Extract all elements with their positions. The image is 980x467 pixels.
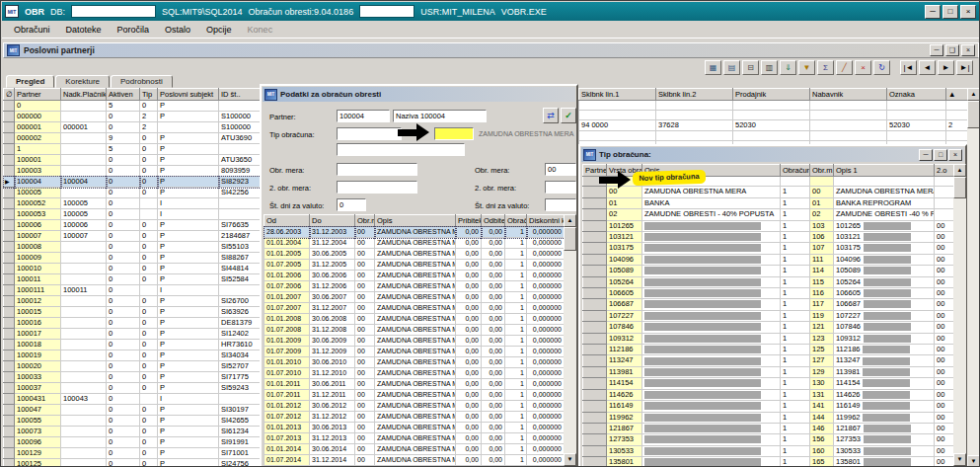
tip-obracuna-row[interactable]: 105264111510526400	[583, 276, 954, 287]
tip-obracuna-row[interactable]: 130533116013053300	[583, 445, 954, 456]
partner-row[interactable]: 10001800PHR73610	[4, 340, 261, 350]
partner-row[interactable]: 10001000PSI44814	[4, 264, 261, 274]
st-dni-right-field[interactable]	[545, 198, 576, 211]
st-dni-field[interactable]: 0	[337, 198, 366, 211]
partner-row[interactable]: 10007300PSI61234	[4, 427, 261, 437]
tab-pregled[interactable]: Pregled	[6, 75, 54, 88]
partner-row[interactable]: 10001111000110I	[4, 285, 261, 296]
tip-obracuna-row[interactable]: 01BANKA101BANKA REPROGRAM	[583, 197, 954, 208]
tab-podrobnosti[interactable]: Podrobnosti	[111, 75, 173, 88]
popup-maximize-icon[interactable]: □	[934, 149, 947, 161]
delete-icon[interactable]: ×	[855, 60, 871, 75]
partner-row[interactable]: 10000100PATU3650	[4, 155, 261, 166]
partner-row-right[interactable]	[579, 101, 968, 111]
popup-minimize-icon[interactable]: ─	[919, 149, 933, 161]
column-header[interactable]: Opis	[375, 215, 456, 227]
partner-row[interactable]: 10003300PSI71775	[4, 372, 261, 383]
interest-period-row[interactable]: 01.01.201130.06.201100ZAMUDNA OBRESTNA M…	[264, 379, 565, 390]
popup-scrollbar[interactable]: ▲ ▼	[953, 164, 966, 466]
interest-period-row[interactable]: 01.01.200630.06.200600ZAMUDNA OBRESTNA M…	[264, 271, 565, 281]
partner-row[interactable]: 10001500PSI63926	[4, 307, 261, 318]
tip-obracuna-row[interactable]: 00ZAMUDNA OBRESTNA MERA100ZAMUDNA OBREST…	[583, 187, 954, 197]
column-header[interactable]: Obračun	[505, 215, 527, 227]
confirm-button[interactable]: ✓	[561, 108, 576, 123]
interest-period-row[interactable]: 01.07.200931.12.200900ZAMUDNA OBRESTNA M…	[264, 347, 565, 357]
nav-first-icon[interactable]: |◄	[900, 60, 917, 75]
scroll-up-icon[interactable]: ▲	[564, 214, 576, 227]
partner-row-right[interactable]	[579, 111, 968, 120]
interest-period-row[interactable]: 01.07.201431.12.201400ZAMUDNA OBRESTNA M…	[264, 455, 565, 466]
tip-obracuna-row[interactable]: 101265110310126500	[583, 220, 954, 231]
tip-obracuna-row[interactable]: 103175110710317500	[583, 243, 954, 254]
tip-obracuna-row[interactable]: 106687111710668700	[583, 299, 954, 310]
column-header[interactable]: Obr.m.	[810, 165, 834, 177]
tip-obracuna-code-field[interactable]	[434, 127, 474, 140]
nav-prev-icon[interactable]: ◄	[919, 60, 936, 75]
interest-period-row[interactable]: 01.01.200930.06.200900ZAMUDNA OBRESTNA M…	[264, 336, 565, 347]
tip-obracuna-field2[interactable]	[337, 143, 465, 156]
refresh-button[interactable]: ⇄	[543, 108, 559, 123]
main-scrollbar[interactable]: ▲ ▼	[967, 88, 980, 467]
scroll-up-icon[interactable]: ▲	[953, 164, 966, 177]
tip-obracuna-row[interactable]: 114626113111462600	[583, 389, 954, 400]
mdi-minimize-icon[interactable]: ─	[930, 44, 943, 56]
close-icon[interactable]: ×	[960, 5, 976, 19]
interest-period-row[interactable]: 01.01.200830.06.200800ZAMUDNA OBRESTNA M…	[264, 314, 565, 325]
maximize-icon[interactable]: □	[942, 5, 958, 19]
column-header[interactable]: Tip	[140, 89, 158, 101]
tip-obracuna-row[interactable]: 107227111910722700	[583, 310, 954, 321]
column-header[interactable]: ∅	[4, 89, 15, 101]
partner-row[interactable]: 10012900PSI71001	[4, 448, 261, 459]
tip-obracuna-row[interactable]: 109312112310931200	[583, 333, 954, 344]
tip-obracuna-row[interactable]: 114154113011415400	[583, 378, 954, 389]
column-header[interactable]: ▲	[946, 89, 968, 101]
tip-obracuna-row[interactable]: 104096111110409600	[583, 254, 954, 265]
nav-next-icon[interactable]: ►	[938, 60, 954, 75]
column-header[interactable]: 2.o	[935, 165, 954, 177]
partner-row[interactable]: 10000900PSI88267	[4, 253, 261, 264]
menu-item-obračuni[interactable]: Obračuni	[6, 23, 58, 37]
interest-period-row[interactable]: 01.07.200631.12.200600ZAMUDNA OBRESTNA M…	[264, 281, 565, 292]
db-field[interactable]	[71, 5, 156, 18]
column-header[interactable]: Opis 1	[834, 165, 935, 177]
tip-obracuna-row[interactable]: 107846112110784600	[583, 322, 954, 333]
columns-icon[interactable]: ▦	[705, 60, 721, 75]
obr-mera-field[interactable]	[337, 163, 417, 176]
partner-row[interactable]: 10001900PSI34034	[4, 350, 261, 361]
tab-korekture[interactable]: Korekture	[55, 75, 110, 88]
interest-period-row[interactable]: 01.07.200731.12.200700ZAMUDNA OBRESTNA M…	[264, 303, 565, 314]
column-header[interactable]: Do	[310, 215, 355, 227]
scroll-down-icon[interactable]: ▼	[967, 455, 980, 467]
column-header[interactable]: Diskontni kol.	[527, 215, 565, 227]
partner-row[interactable]: 10001200PSI26700	[4, 296, 261, 307]
interest-period-row[interactable]: 01.01.201430.06.201400ZAMUDNA OBRESTNA M…	[264, 444, 565, 455]
tip-obracuna-row[interactable]: 105089111410508900	[583, 266, 954, 276]
partner-row[interactable]: 10000521000050I	[4, 198, 261, 209]
partner-field[interactable]: 100004	[337, 110, 390, 122]
partner-name-field[interactable]: Naziva 100004	[393, 110, 487, 122]
tip-obracuna-row[interactable]: 116149114111614900	[583, 401, 954, 412]
tip-obracuna-row[interactable]: 106605111610660500	[583, 288, 954, 299]
partner-row-right[interactable]	[579, 131, 968, 141]
partner-row[interactable]: 10000800PSI55103	[4, 242, 261, 253]
menu-item-opcije[interactable]: Opcije	[198, 23, 240, 37]
interest-period-row[interactable]: 01.07.201331.12.201300ZAMUDNA OBRESTNA M…	[264, 433, 565, 444]
column-header[interactable]: Prodajnik	[733, 89, 810, 101]
obr-mera-right-field[interactable]: 00	[545, 163, 576, 176]
partner-row[interactable]: 10000710000700P2184687	[4, 231, 261, 242]
scrollbar-thumb[interactable]	[564, 227, 576, 251]
nav-last-icon[interactable]: ►|	[956, 60, 973, 75]
partner-row[interactable]: 050P	[4, 101, 261, 112]
tip-obracuna-row[interactable]: 119962114411996200	[583, 412, 954, 423]
partner-row[interactable]: 10000531000050I	[4, 209, 261, 220]
partner-row[interactable]: 150P	[4, 144, 261, 155]
obr-mera2-right-field[interactable]	[545, 181, 576, 194]
tip-obracuna-row[interactable]: 113247112711324700	[583, 355, 954, 366]
column-header[interactable]: Pribitek	[456, 215, 482, 227]
tip-obracuna-row[interactable]: 02ZAMUDNE OBRESTI - 40% POPUSTA102ZAMUDN…	[583, 209, 954, 220]
interest-period-row[interactable]: 01.01.201230.06.201200ZAMUDNA OBRESTNA M…	[264, 401, 565, 412]
column-header[interactable]: ID št..	[219, 89, 261, 101]
partner-row[interactable]: 10004311000430I	[4, 394, 261, 405]
tip-obracuna-row[interactable]: 112186112511218600	[583, 345, 954, 355]
partner-row[interactable]: 00000002PS100000	[4, 112, 261, 122]
